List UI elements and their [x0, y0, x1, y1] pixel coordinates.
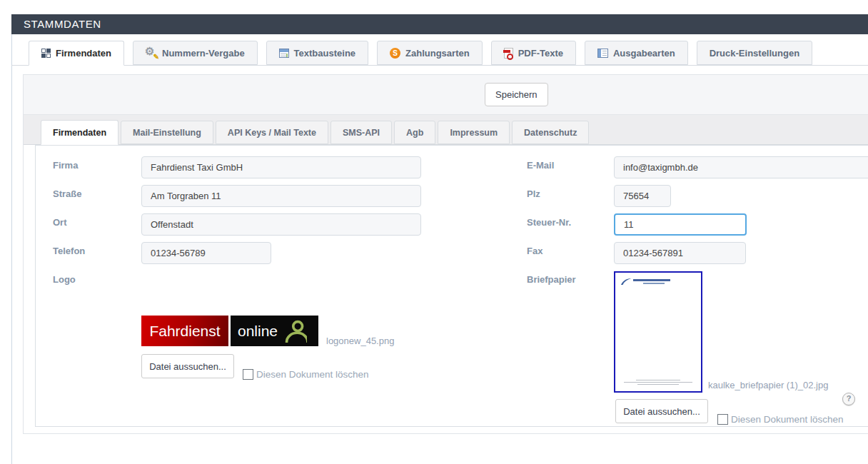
tab-firmendaten[interactable]: Firmendaten — [29, 41, 124, 66]
email-input[interactable] — [614, 156, 868, 178]
swoosh-icon — [620, 277, 632, 286]
briefpapier-footer-lines — [615, 380, 701, 385]
ort-input[interactable] — [141, 213, 421, 236]
logo-filename: logonew_45.png — [326, 336, 394, 346]
briefpapier-preview-image — [614, 271, 702, 393]
logo-brand-left: Fahrdienst — [141, 316, 228, 346]
briefpapier-filename: kaulke_briefpapier (1)_02.jpg — [708, 380, 828, 390]
subtab-api-keys-mail-texte[interactable]: API Keys / Mail Texte — [216, 121, 328, 144]
tab-label: PDF-Texte — [518, 48, 563, 59]
briefpapier-delete-label: Diesen Dokument löschen — [731, 414, 844, 425]
plz-label: Plz — [527, 188, 540, 199]
tab-label: Nummern-Vergabe — [162, 48, 245, 59]
tab-label: Ausgabearten — [613, 48, 675, 59]
help-icon[interactable]: ? — [842, 393, 855, 405]
subtab-label: Impressum — [450, 128, 498, 138]
page-left-border — [11, 14, 12, 464]
subtab-label: Datenschutz — [524, 128, 577, 138]
fax-label: Fax — [527, 246, 542, 256]
main-tab-bar: Firmendaten ⚙✎ Nummern-Vergabe Textbaust… — [11, 40, 868, 66]
company-logo-image: Fahrdienst online — [141, 316, 318, 346]
form-toolbar: Speichern — [24, 75, 868, 115]
save-button[interactable]: Speichern — [485, 83, 548, 106]
pdf-icon — [504, 48, 513, 59]
logo-label: Logo — [53, 274, 76, 285]
briefpapier-browse-button[interactable]: Datei aussuchen... — [615, 399, 708, 423]
subtab-label: SMS-API — [343, 128, 380, 138]
logo-brand-right: online — [231, 316, 318, 346]
tab-label: Firmendaten — [56, 48, 111, 59]
dollar-coin-icon: S — [390, 48, 400, 59]
email-label: E-Mail — [527, 160, 554, 171]
subtab-mail-einstellung[interactable]: Mail-Einstellung — [121, 121, 213, 144]
gear-pencil-icon: ⚙✎ — [146, 47, 157, 59]
tab-label: Druck-Einstellungen — [710, 48, 799, 59]
steuernr-label: Steuer-Nr. — [527, 217, 571, 228]
page-title: STAMMDATEN — [11, 14, 868, 34]
firmendaten-fieldset: Firma Straße Ort Telefon Logo E-Mail Plz… — [35, 145, 868, 427]
subtab-impressum[interactable]: Impressum — [438, 121, 510, 144]
tab-pdf-texte[interactable]: PDF-Texte — [491, 41, 576, 65]
logo-brand-right-text: online — [238, 323, 278, 340]
subtab-datenschutz[interactable]: Datenschutz — [512, 121, 589, 144]
tab-label: Zahlungsarten — [405, 48, 470, 59]
subtab-agb[interactable]: Agb — [394, 121, 435, 144]
briefpapier-delete-row: Diesen Dokument löschen — [717, 414, 844, 425]
sub-tab-bar: Firmendaten Mail-Einstellung API Keys / … — [24, 115, 868, 145]
content-panel: Speichern Firmendaten Mail-Einstellung A… — [23, 74, 868, 434]
briefpapier-label: Briefpapier — [527, 274, 576, 285]
tab-label: Textbausteine — [294, 48, 355, 59]
briefpapier-letterhead-logo — [620, 277, 670, 286]
stammdaten-page: STAMMDATEN Firmendaten ⚙✎ Nummern-Vergab… — [0, 0, 868, 464]
table-icon — [279, 49, 289, 58]
fax-input[interactable] — [614, 242, 746, 264]
firma-input[interactable] — [141, 156, 421, 178]
subtab-sms-api[interactable]: SMS-API — [330, 121, 392, 144]
briefpapier-delete-checkbox[interactable] — [717, 414, 728, 425]
subtab-label: API Keys / Mail Texte — [228, 128, 316, 138]
logo-delete-row: Diesen Dokument löschen — [243, 369, 369, 380]
list-icon — [597, 49, 608, 58]
subtab-firmendaten[interactable]: Firmendaten — [41, 120, 118, 145]
strasse-label: Straße — [53, 188, 81, 199]
subtab-label: Firmendaten — [53, 128, 106, 138]
logo-browse-button[interactable]: Datei aussuchen... — [141, 354, 234, 378]
subtab-label: Mail-Einstellung — [133, 128, 201, 138]
strasse-input[interactable] — [141, 185, 421, 207]
grid-icon — [41, 49, 51, 58]
tab-druck-einstellungen[interactable]: Druck-Einstellungen — [697, 41, 812, 65]
tab-textbausteine[interactable]: Textbausteine — [266, 41, 368, 65]
logo-delete-checkbox[interactable] — [243, 369, 253, 380]
tab-zahlungsarten[interactable]: S Zahlungsarten — [377, 41, 483, 65]
telefon-label: Telefon — [53, 246, 85, 256]
telefon-input[interactable] — [141, 242, 271, 264]
ort-label: Ort — [53, 217, 67, 228]
tab-ausgabearten[interactable]: Ausgabearten — [585, 41, 688, 65]
logo-delete-label: Diesen Dokument löschen — [256, 369, 369, 380]
tab-nummern-vergabe[interactable]: ⚙✎ Nummern-Vergabe — [133, 41, 258, 65]
plz-input[interactable] — [614, 185, 671, 207]
steuernr-input[interactable] — [614, 213, 747, 236]
firma-label: Firma — [53, 160, 78, 171]
subtab-label: Agb — [406, 128, 423, 138]
person-icon — [283, 319, 307, 343]
